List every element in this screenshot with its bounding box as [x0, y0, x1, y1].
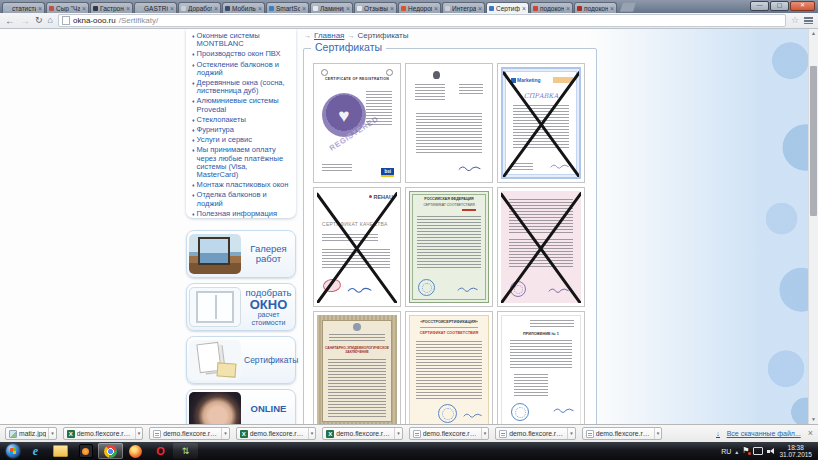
tab-close-icon[interactable]: ×	[126, 5, 130, 12]
taskbar-clock[interactable]: 18:38 31.07.2015	[779, 444, 812, 459]
sidebar-nav-link[interactable]: Алюминиевые системы Provedal	[192, 97, 290, 113]
sidebar-nav-link[interactable]: Монтаж пластиковых окон	[192, 181, 290, 189]
menu-icon[interactable]	[804, 17, 813, 24]
download-menu-caret-icon[interactable]: ▾	[567, 428, 573, 439]
browser-tab[interactable]: Доработки ×	[178, 2, 221, 13]
tab-close-icon[interactable]: ×	[258, 5, 262, 12]
maximize-button[interactable]: ▢	[770, 1, 789, 11]
download-menu-caret-icon[interactable]: ▾	[221, 428, 227, 439]
download-manager-icon[interactable]	[173, 443, 198, 459]
download-item[interactable]: demo.flexcore.ru_2...html ▾	[409, 427, 490, 440]
download-item[interactable]: matiz.jpg ▾	[5, 427, 57, 440]
reload-icon[interactable]: ↻	[35, 16, 43, 25]
download-item[interactable]: demo.flexcore.ru_2...html ▾	[582, 427, 663, 440]
windows-explorer-icon[interactable]	[48, 443, 73, 459]
home-icon[interactable]: ⌂	[48, 16, 53, 25]
tab-close-icon[interactable]: ×	[610, 5, 614, 12]
internet-explorer-icon[interactable]	[23, 443, 48, 459]
sidebar-nav-link[interactable]: Деревянные окна (сосна, лиственница дуб)	[192, 79, 290, 95]
opera-icon[interactable]	[148, 443, 173, 459]
downloads-bar-close-icon[interactable]: ×	[808, 429, 813, 438]
window-calculator-widget[interactable]: подобрать ОКНО расчет стоимости	[186, 283, 296, 331]
certificates-widget[interactable]: Сертификаты	[186, 336, 296, 384]
tab-close-icon[interactable]: ×	[390, 5, 394, 12]
minimize-button[interactable]: —	[750, 1, 769, 11]
action-center-flag-icon[interactable]: ⚑	[742, 447, 749, 455]
download-menu-caret-icon[interactable]: ▾	[654, 428, 660, 439]
start-button[interactable]	[3, 443, 23, 459]
download-item[interactable]: demo.flexcore.ru_29...csv ▾	[236, 427, 317, 440]
browser-tab[interactable]: Ламиниро ×	[310, 2, 353, 13]
browser-tab[interactable]: Мобильный ×	[222, 2, 265, 13]
tab-close-icon[interactable]: ×	[214, 5, 218, 12]
download-item[interactable]: demo.flexcore.ru_29_...csv ▾	[63, 427, 144, 440]
download-menu-caret-icon[interactable]: ▾	[481, 428, 487, 439]
download-menu-caret-icon[interactable]: ▾	[48, 428, 54, 439]
forward-icon[interactable]: →	[20, 16, 30, 26]
sidebar-nav-link[interactable]: Остекление балконов и лоджий	[192, 61, 290, 77]
scrollbar-thumb[interactable]	[810, 66, 817, 216]
sidebar-nav-link[interactable]: Услуги и сервис	[192, 136, 290, 144]
tab-close-icon[interactable]: ×	[522, 5, 526, 12]
volume-icon[interactable]	[767, 447, 775, 455]
certificate-thumbnail[interactable]	[497, 187, 585, 307]
browser-tab[interactable]: подоконни ×	[574, 2, 617, 13]
chrome-icon[interactable]	[98, 443, 123, 459]
scroll-up-icon[interactable]: ▲	[809, 29, 818, 38]
tab-close-icon[interactable]: ×	[346, 5, 350, 12]
back-icon[interactable]: ←	[5, 16, 15, 26]
browser-tab[interactable]: Сертифика ×	[486, 2, 529, 13]
tab-close-icon[interactable]: ×	[478, 5, 482, 12]
tab-close-icon[interactable]: ×	[170, 5, 174, 12]
bookmark-star-icon[interactable]: ☆	[791, 16, 799, 25]
browser-tab[interactable]: Недорогие ×	[398, 2, 441, 13]
breadcrumb-home-link[interactable]: Главная	[314, 31, 344, 40]
sidebar-nav-link[interactable]: Оконные системы MONTBLANC	[192, 32, 290, 48]
browser-tab[interactable]: Интеграци ×	[442, 2, 485, 13]
download-item[interactable]: demo.flexcore.ru_29_...csv ▾	[322, 427, 403, 440]
language-indicator[interactable]: RU	[721, 448, 731, 455]
browser-tab[interactable]: SmartSoluti ×	[266, 2, 309, 13]
download-item[interactable]: demo.flexcore.ru_2...html ▾	[495, 427, 576, 440]
tab-close-icon[interactable]: ×	[38, 5, 42, 12]
certificate-thumbnail[interactable]: REHAU СЕРТИФИКАТ КАЧЕСТВА	[313, 187, 401, 307]
sidebar-nav-link[interactable]: Отделка балконов и лоджий	[192, 191, 290, 207]
browser-tab[interactable]: Сыр "Чанах" ×	[46, 2, 89, 13]
certificate-thumbnail[interactable]: bsi CERTIFICATE OF REGISTRATION REGISTER…	[313, 63, 401, 183]
download-menu-caret-icon[interactable]: ▾	[308, 428, 314, 439]
download-menu-caret-icon[interactable]: ▾	[394, 428, 400, 439]
tab-close-icon[interactable]: ×	[566, 5, 570, 12]
download-menu-caret-icon[interactable]: ▾	[135, 428, 141, 439]
certificate-thumbnail[interactable]: Marketing СПРАВКА	[497, 63, 585, 183]
certificate-thumbnail[interactable]: РОССИЙСКАЯ ФЕДЕРАЦИЯ СЕРТИФИКАТ СООТВЕТС…	[405, 187, 493, 307]
media-player-icon[interactable]	[73, 443, 98, 459]
network-icon[interactable]	[753, 447, 763, 455]
hidden-icons-icon[interactable]: ▴	[735, 448, 738, 455]
tab-close-icon[interactable]: ×	[302, 5, 306, 12]
tab-close-icon[interactable]: ×	[82, 5, 86, 12]
address-bar[interactable]: okna-ooo.ru /Sertifikaty/	[58, 14, 786, 27]
sidebar-nav-link[interactable]: Стеклопакеты	[192, 116, 290, 124]
certificate-thumbnail[interactable]	[405, 63, 493, 183]
sidebar-nav-link[interactable]: Фурнитура	[192, 126, 290, 134]
close-button[interactable]: ✕	[790, 1, 815, 11]
scroll-down-icon[interactable]: ▼	[809, 415, 818, 424]
download-item[interactable]: demo.flexcore.ru_2...html ▾	[149, 427, 230, 440]
tab-close-icon[interactable]: ×	[434, 5, 438, 12]
gallery-widget[interactable]: Галерея работ	[186, 230, 296, 278]
certificate-thumbnail[interactable]: ПРИЛОЖЕНИЕ № 1	[497, 311, 585, 424]
certificate-thumbnail[interactable]: САНИТАРНО-ЭПИДЕМИОЛОГИЧЕСКОЕ ЗАКЛЮЧЕНИЕ	[313, 311, 401, 424]
firefox-icon[interactable]	[123, 443, 148, 459]
online-consultant-widget[interactable]: ONLINE	[186, 389, 296, 424]
sidebar-nav-link[interactable]: Производство окон ПВХ	[192, 50, 290, 58]
new-tab-button[interactable]	[619, 2, 636, 12]
browser-tab[interactable]: GASTRONOM ×	[134, 2, 177, 13]
browser-tab[interactable]: Отзывы ×	[354, 2, 397, 13]
browser-tab[interactable]: Гастроном С ×	[90, 2, 133, 13]
browser-tab[interactable]: подоконни ×	[530, 2, 573, 13]
show-all-downloads-link[interactable]: Все скачанные файл...	[727, 430, 801, 437]
certificate-thumbnail[interactable]: «РОССТРОЙСЕРТИФИКАЦИЯ» СЕРТИФИКАТ СООТВЕ…	[405, 311, 493, 424]
sidebar-nav-link[interactable]: Мы принимаем оплату через любые платёжны…	[192, 146, 290, 179]
browser-tab[interactable]: статистика ×	[2, 2, 45, 13]
sidebar-nav-link[interactable]: Полезная информация	[192, 210, 290, 218]
